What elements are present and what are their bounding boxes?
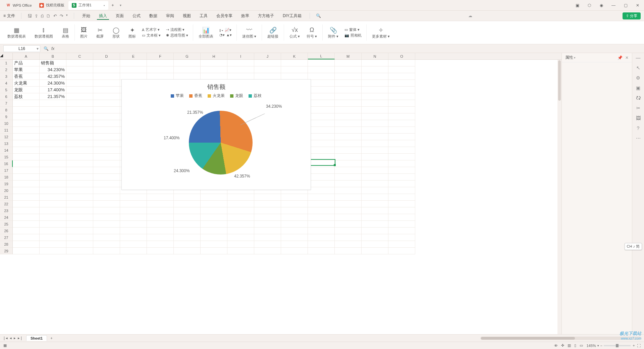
zoom-out-button[interactable]: − [600,344,602,348]
cell-B10[interactable] [40,120,66,127]
qat-dropdown[interactable]: ▾ [66,13,68,18]
row-header-20[interactable]: 20 [0,187,13,194]
cell-M15[interactable] [335,154,362,160]
cell-C7[interactable] [66,100,93,107]
menu-DIY工具箱[interactable]: DIY工具箱 [281,12,304,20]
cell-M17[interactable] [335,167,362,174]
cell-B28[interactable] [40,241,66,248]
cell-G23[interactable] [174,207,201,214]
cell-O4[interactable] [388,80,415,87]
cell-N29[interactable] [362,248,388,254]
cell-C16[interactable] [66,160,93,167]
menu-审阅[interactable]: 审阅 [164,12,176,20]
cell-L7[interactable] [308,100,335,107]
cube-icon[interactable]: ⬡ [586,2,593,9]
cell-M11[interactable] [335,127,362,134]
cell-B7[interactable] [40,100,66,107]
cell-A12[interactable] [13,134,40,140]
cell-G25[interactable] [174,221,201,228]
cell-B23[interactable] [40,207,66,214]
menu-公式[interactable]: 公式 [130,12,143,20]
cell-H27[interactable] [201,234,227,241]
col-header-K[interactable]: K [281,53,308,59]
cell-D22[interactable] [93,201,120,207]
cell-A27[interactable] [13,234,40,241]
ribbon-sparkline[interactable]: 〰迷你图 ▾ [239,27,259,39]
cell-A3[interactable]: 香蕉 [13,73,40,80]
horizontal-scrollbar[interactable] [480,337,641,340]
cell-A6[interactable]: 荔枝 [13,93,40,100]
cell-M29[interactable] [335,248,362,254]
col-header-H[interactable]: H [201,53,227,59]
cell-N22[interactable] [362,201,388,207]
image-tool-icon[interactable]: 🖼 [636,115,641,121]
menu-插入[interactable]: 插入 [97,12,109,20]
cell-C5[interactable] [66,87,93,93]
cell-G3[interactable] [174,73,201,80]
row-header-11[interactable]: 11 [0,127,13,134]
cell-K2[interactable] [281,66,308,73]
cell-K23[interactable] [281,207,308,214]
ribbon-equation[interactable]: √x公式 ▾ [287,27,303,39]
col-header-B[interactable]: B [40,53,66,59]
cell-D7[interactable] [93,100,120,107]
cell-D16[interactable] [93,160,120,167]
cell-C18[interactable] [66,174,93,181]
cell-C12[interactable] [66,134,93,140]
cell-O12[interactable] [388,134,415,140]
spreadsheet-grid[interactable]: ◢ABCDEFGHIJKLMNO 1产品销售额2苹果34.230%3香蕉42.3… [0,53,561,334]
cell-H1[interactable] [201,60,227,66]
cell-N21[interactable] [362,194,388,201]
cell-E25[interactable] [120,221,147,228]
cell-D24[interactable] [93,214,120,221]
row-header-23[interactable]: 23 [0,207,13,214]
row-header-7[interactable]: 7 [0,100,13,107]
menu-视图[interactable]: 视图 [181,12,193,20]
layout-tool-icon[interactable]: ▣ [636,85,640,91]
ribbon-picture[interactable]: 🖼图片 [77,27,90,39]
cell-B21[interactable] [40,194,66,201]
cell-D4[interactable] [93,80,120,87]
cell-B11[interactable] [40,127,66,134]
cell-F24[interactable] [147,214,174,221]
cell-L9[interactable] [308,113,335,120]
cell-B19[interactable] [40,181,66,187]
cell-H23[interactable] [201,207,227,214]
cell-C21[interactable] [66,194,93,201]
cell-E21[interactable] [120,194,147,201]
cell-H24[interactable] [201,214,227,221]
cell-E28[interactable] [120,241,147,248]
cell-D20[interactable] [93,187,120,194]
bar-icon[interactable]: ⫿▾ [219,28,223,32]
pie-icon[interactable]: ◔▾ [219,33,225,37]
cell-E24[interactable] [120,214,147,221]
cell-D5[interactable] [93,87,120,93]
cell-L24[interactable] [308,214,335,221]
cell-O22[interactable] [388,201,415,207]
cell-O6[interactable] [388,93,415,100]
cell-D13[interactable] [93,140,120,147]
cell-J23[interactable] [254,207,281,214]
cell-D17[interactable] [93,167,120,174]
cell-N26[interactable] [362,228,388,234]
cell-D23[interactable] [93,207,120,214]
undo-icon[interactable]: ↶ [53,13,57,18]
cell-D26[interactable] [93,228,120,234]
cell-D6[interactable] [93,93,120,100]
cell-G28[interactable] [174,241,201,248]
app-tab-template[interactable]: ◆ 找稻壳模板 [36,1,68,10]
cell-H21[interactable] [201,194,227,201]
cell-A4[interactable]: 火龙果 [13,80,40,87]
cell-N15[interactable] [362,154,388,160]
cell-J26[interactable] [254,228,281,234]
cell-M13[interactable] [335,140,362,147]
cell-M18[interactable] [335,174,362,181]
cell-F28[interactable] [147,241,174,248]
cell-L14[interactable] [308,147,335,154]
cell-E1[interactable] [120,60,147,66]
cell-L6[interactable] [308,93,335,100]
cell-M28[interactable] [335,241,362,248]
row-header-9[interactable]: 9 [0,113,13,120]
cell-M10[interactable] [335,120,362,127]
cell-J1[interactable] [254,60,281,66]
